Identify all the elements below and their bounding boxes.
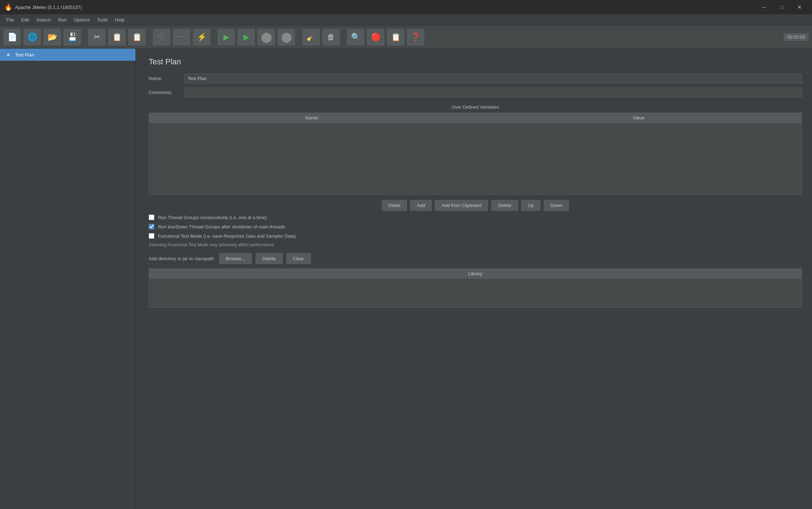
run-thread-groups-row: Run Thread Groups consecutively (i.e. on… (149, 214, 802, 220)
sidebar-item-label: Test Plan (15, 52, 34, 58)
divider-handle[interactable]: ⋮ (136, 49, 139, 509)
value-column-header: Value (476, 113, 802, 123)
classpath-delete-button[interactable]: Delete (256, 253, 283, 264)
functional-test-checkbox[interactable] (149, 233, 154, 239)
table-body (149, 123, 802, 194)
timer-display: 00:00:00 (783, 33, 809, 41)
run-thread-groups-checkbox[interactable] (149, 214, 154, 220)
variables-table: Name: Value (149, 113, 802, 195)
stop-button[interactable]: ⬤ (257, 28, 276, 46)
table-btn-row: Detail Add Add from Clipboard Delete Up … (149, 200, 802, 211)
detail-button[interactable]: Detail (382, 200, 407, 211)
paste-button[interactable]: 📋 (128, 28, 146, 46)
toolbar-sep-2 (149, 30, 149, 44)
help-button[interactable]: ❓ (406, 28, 425, 46)
title-bar-left: 🔥 Apache JMeter (5.1.1 r1855137) (4, 3, 82, 11)
start-no-pause-button[interactable]: ▶ (237, 28, 256, 46)
run-teardown-row: Run tearDown Thread Groups after shutdow… (149, 224, 802, 229)
page-title: Test Plan (149, 57, 802, 66)
browse-button[interactable]: Browse... (219, 253, 252, 264)
title-text: Apache JMeter (5.1.1 r1855137) (15, 5, 82, 10)
toolbar-sep-5 (343, 30, 343, 44)
run-teardown-checkbox[interactable] (149, 224, 154, 229)
library-body (149, 279, 802, 307)
toolbar-sep-3 (214, 30, 214, 44)
run-teardown-label: Run tearDown Thread Groups after shutdow… (158, 224, 285, 229)
clear-all-button[interactable]: 🗑 (322, 28, 340, 46)
clear-classpath-button[interactable]: Clear (286, 253, 311, 264)
reset-button[interactable]: 🔴 (366, 28, 385, 46)
copy-button[interactable]: 📋 (108, 28, 126, 46)
down-button[interactable]: Down (544, 200, 569, 211)
menu-options[interactable]: Options (70, 16, 93, 24)
add-from-clipboard-button[interactable]: Add from Clipboard (435, 200, 488, 211)
content-area: Test Plan Name: Comments: User Defined V… (139, 49, 812, 509)
search-toolbar-button[interactable]: 🔍 (346, 28, 365, 46)
collapse-button[interactable]: ➖ (172, 28, 191, 46)
shutdown-button[interactable]: ⬤ (277, 28, 296, 46)
udv-title: User Defined Variables (149, 104, 802, 110)
toolbar: 📄 🌐 📂 💾 ✂ 📋 📋 ➕ ➖ ⚡ ▶ ▶ ⬤ ⬤ 🧹 🗑 🔍 🔴 📋 ❓ … (0, 26, 812, 49)
classpath-label: Add directory or jar to classpath (149, 256, 214, 261)
sidebar: A Test Plan (0, 49, 136, 509)
table-header: Name: Value (149, 113, 802, 123)
save-button[interactable]: 💾 (63, 28, 81, 46)
comments-label: Comments: (149, 90, 184, 95)
menu-tools[interactable]: Tools (93, 16, 111, 24)
name-label: Name: (149, 76, 184, 81)
maximize-button[interactable]: □ (773, 2, 790, 13)
toolbar-sep-1 (84, 30, 85, 44)
menu-run[interactable]: Run (55, 16, 70, 24)
app-icon: 🔥 (4, 3, 12, 11)
menu-edit[interactable]: Edit (18, 16, 33, 24)
menu-file[interactable]: File (3, 16, 18, 24)
delete-button[interactable]: Delete (491, 200, 518, 211)
run-thread-groups-label: Run Thread Groups consecutively (i.e. on… (158, 215, 267, 220)
functional-test-row: Functional Test Mode (i.e. save Response… (149, 233, 802, 239)
title-bar-controls: ─ □ ✕ (756, 2, 808, 13)
open-button[interactable]: 📂 (43, 28, 61, 46)
template-button[interactable]: 🌐 (23, 28, 41, 46)
name-input[interactable] (184, 74, 802, 83)
up-button[interactable]: Up (521, 200, 541, 211)
library-header: Library (149, 269, 802, 279)
expand-button[interactable]: ➕ (152, 28, 171, 46)
sidebar-item-test-plan[interactable]: A Test Plan (0, 49, 135, 61)
main-layout: A Test Plan ⋮ Test Plan Name: Comments: … (0, 49, 812, 509)
new-button[interactable]: 📄 (3, 28, 21, 46)
functional-test-label: Functional Test Mode (i.e. save Response… (158, 233, 296, 239)
test-plan-icon: A (4, 51, 12, 59)
name-row: Name: (149, 74, 802, 83)
add-button[interactable]: Add (410, 200, 432, 211)
menu-help[interactable]: Help (112, 16, 128, 24)
name-column-header: Name: (149, 113, 476, 123)
minimize-button[interactable]: ─ (756, 2, 772, 13)
classpath-row: Add directory or jar to classpath Browse… (149, 253, 802, 264)
toggle-button[interactable]: ⚡ (192, 28, 211, 46)
close-button[interactable]: ✕ (791, 2, 808, 13)
menu-bar: File Edit Search Run Options Tools Help (0, 14, 812, 26)
function-button[interactable]: 📋 (386, 28, 405, 46)
comments-row: Comments: (149, 88, 802, 97)
cut-button[interactable]: ✂ (88, 28, 106, 46)
library-table: Library (149, 268, 802, 308)
start-button[interactable]: ▶ (217, 28, 236, 46)
toolbar-sep-4 (298, 30, 299, 44)
comments-input[interactable] (184, 88, 802, 97)
menu-search[interactable]: Search (33, 16, 54, 24)
functional-note: Selecting Functional Test Mode may adver… (149, 242, 802, 247)
clear-button[interactable]: 🧹 (302, 28, 320, 46)
title-bar: 🔥 Apache JMeter (5.1.1 r1855137) ─ □ ✕ (0, 0, 812, 14)
